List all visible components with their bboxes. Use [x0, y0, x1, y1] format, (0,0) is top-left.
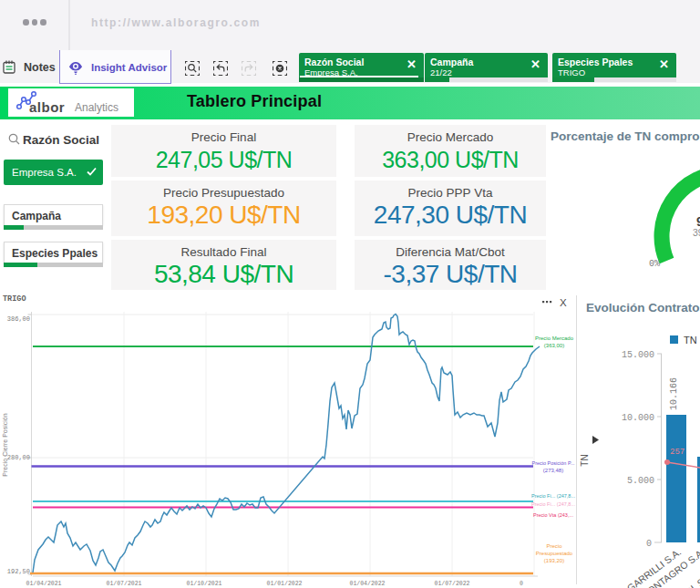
svg-text:(273,48): (273,48)	[543, 468, 563, 473]
svg-text:Presupuestado: Presupuestado	[536, 551, 573, 556]
svg-text:10.166: 10.166	[669, 377, 679, 410]
svg-text:01/07/2022: 01/07/2022	[434, 581, 469, 587]
svg-text:Precio: Precio	[546, 543, 562, 549]
svg-text:Precio Vta (243,...: Precio Vta (243,...	[533, 512, 573, 518]
svg-text:15.000: 15.000	[622, 350, 654, 360]
svg-text:10.000: 10.000	[622, 413, 654, 423]
svg-text:Precio Posición P...: Precio Posición P...	[532, 460, 575, 466]
svg-text:01/10/2021: 01/10/2021	[186, 581, 221, 587]
svg-text:(363,00): (363,00)	[544, 343, 564, 348]
svg-text:0: 0	[646, 539, 652, 549]
svg-text:280,00: 280,00	[7, 454, 30, 461]
svg-text:0: 0	[520, 581, 523, 587]
svg-text:386,00: 386,00	[7, 315, 30, 323]
svg-text:01/01/2022: 01/01/2022	[266, 581, 302, 587]
svg-text:192,50: 192,50	[7, 568, 30, 575]
svg-text:5.000: 5.000	[627, 476, 654, 486]
svg-text:01/04/2022: 01/04/2022	[349, 581, 385, 587]
svg-text:(193,20): (193,20)	[544, 558, 564, 563]
svg-text:Precio Fi... (247,8...: Precio Fi... (247,8...	[531, 501, 575, 507]
svg-text:01/04/2021: 01/04/2021	[26, 581, 61, 587]
svg-text:Precio Fi... (247,8...: Precio Fi... (247,8...	[531, 493, 575, 499]
svg-text:Precio Cierre Posición: Precio Cierre Posición	[2, 413, 8, 476]
svg-text:TN: TN	[684, 335, 697, 346]
svg-text:Precio Mercado: Precio Mercado	[535, 335, 574, 341]
svg-text:TN: TN	[580, 454, 590, 466]
svg-text:01/07/2021: 01/07/2021	[106, 581, 141, 587]
svg-text:257: 257	[670, 448, 685, 457]
